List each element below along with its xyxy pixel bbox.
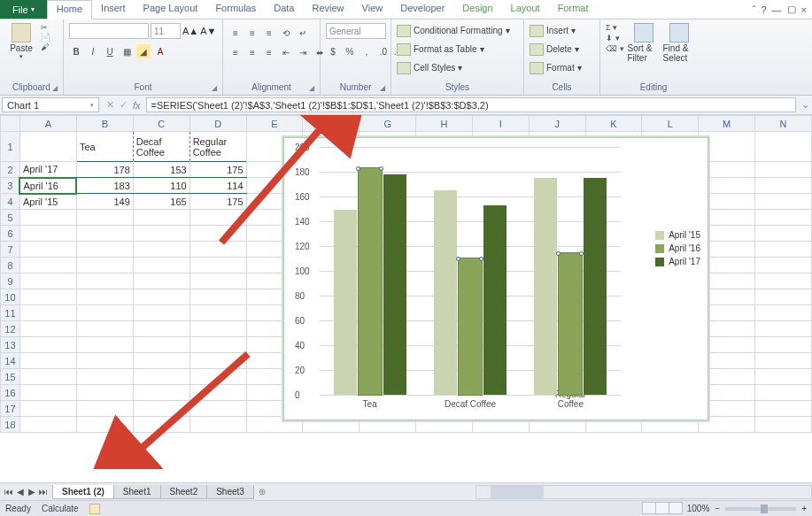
cell-N13[interactable]: [755, 337, 812, 353]
row-header-10[interactable]: 10: [1, 289, 20, 305]
name-box[interactable]: Chart 1: [2, 97, 99, 112]
sheet-tab-Sheet2[interactable]: Sheet2: [160, 485, 208, 499]
align-bottom-icon[interactable]: ≡: [262, 26, 276, 40]
cell-A6[interactable]: [19, 226, 76, 242]
chart-legend[interactable]: April '15April '16April '17: [655, 227, 700, 270]
cell-B10[interactable]: [76, 289, 133, 305]
col-header-B[interactable]: B: [76, 116, 133, 132]
delete-cells-button[interactable]: Delete ▾: [530, 42, 579, 57]
cell-A2[interactable]: April '17: [19, 162, 76, 178]
cell-C7[interactable]: [133, 242, 189, 258]
row-header-5[interactable]: 5: [1, 210, 20, 226]
cell-B3[interactable]: 183: [76, 178, 133, 194]
row-header-17[interactable]: 17: [1, 401, 20, 417]
legend-item-April '16[interactable]: April '16: [655, 243, 700, 253]
font-size-select[interactable]: 11: [151, 23, 181, 39]
col-header-L[interactable]: L: [642, 116, 699, 132]
tab-page-layout[interactable]: Page Layout: [135, 0, 207, 19]
currency-icon[interactable]: $: [326, 44, 340, 58]
cell-C12[interactable]: [133, 321, 189, 337]
cell-N16[interactable]: [755, 385, 812, 401]
zoom-out-icon[interactable]: −: [715, 504, 720, 513]
cell-C10[interactable]: [133, 289, 189, 305]
grow-font-icon[interactable]: A▲: [182, 26, 198, 36]
cell-A9[interactable]: [19, 273, 76, 289]
cell-C5[interactable]: [133, 210, 189, 226]
tab-formulas[interactable]: Formulas: [206, 0, 265, 19]
file-tab[interactable]: File: [0, 0, 47, 19]
copy-icon[interactable]: 📄: [41, 33, 50, 42]
cut-icon[interactable]: ✂: [41, 23, 50, 32]
chart-bar-Decaf Coffee-April '16[interactable]: [459, 258, 482, 395]
row-header-12[interactable]: 12: [1, 321, 20, 337]
underline-button[interactable]: U: [103, 44, 117, 58]
cell-N1[interactable]: [755, 132, 812, 162]
cell-B9[interactable]: [76, 273, 133, 289]
cell-C9[interactable]: [133, 273, 189, 289]
col-header-N[interactable]: N: [755, 116, 812, 132]
worksheet-grid[interactable]: ABCDEFGHIJKLMN1TeaDecafCoffeeRegularCoff…: [0, 115, 812, 469]
col-header-J[interactable]: J: [529, 116, 585, 132]
cell-N9[interactable]: [755, 273, 812, 289]
number-launcher[interactable]: ◢: [380, 84, 389, 93]
chart-bar-Decaf Coffee-April '15[interactable]: [434, 190, 457, 395]
formula-input[interactable]: =SERIES('Sheet1 (2)'!$A$3,'Sheet1 (2)'!$…: [146, 97, 796, 112]
cell-N6[interactable]: [755, 226, 812, 242]
col-header-K[interactable]: K: [585, 116, 642, 132]
row-header-8[interactable]: 8: [1, 258, 20, 273]
cell-N7[interactable]: [755, 242, 812, 258]
bold-button[interactable]: B: [69, 44, 83, 58]
cell-A18[interactable]: [19, 417, 76, 433]
cell-A5[interactable]: [19, 210, 76, 226]
cell-N10[interactable]: [755, 289, 812, 305]
clear-icon[interactable]: ⌫ ▾: [606, 44, 624, 53]
chart-bar-Regular Coffee-April '16[interactable]: [559, 253, 582, 395]
enter-formula-icon[interactable]: ✓: [120, 99, 128, 111]
new-sheet-button[interactable]: ⊕: [253, 487, 271, 497]
tab-review[interactable]: Review: [303, 0, 352, 19]
cell-B8[interactable]: [76, 258, 133, 273]
zoom-level[interactable]: 100%: [687, 504, 710, 513]
cell-C11[interactable]: [133, 305, 189, 321]
insert-cells-button[interactable]: Insert ▾: [530, 23, 576, 38]
row-header-11[interactable]: 11: [1, 305, 20, 321]
cell-A8[interactable]: [19, 258, 76, 273]
border-button[interactable]: ▦: [120, 44, 134, 58]
col-header-A[interactable]: A: [19, 116, 76, 132]
alignment-launcher[interactable]: ◢: [309, 84, 318, 93]
cell-B6[interactable]: [76, 226, 133, 242]
cell-A16[interactable]: [19, 385, 76, 401]
cell-B4[interactable]: 149: [76, 194, 133, 210]
cell-N17[interactable]: [755, 401, 812, 417]
minimize-ribbon-icon[interactable]: ˆ: [753, 4, 756, 15]
orientation-icon[interactable]: ⟲: [279, 26, 293, 40]
conditional-formatting-button[interactable]: Conditional Formatting ▾: [397, 23, 510, 38]
cell-N4[interactable]: [755, 194, 812, 210]
indent-decrease-icon[interactable]: ⇤: [279, 45, 293, 59]
tab-design[interactable]: Design: [453, 0, 501, 19]
font-family-select[interactable]: [69, 23, 149, 39]
zoom-slider[interactable]: [725, 507, 796, 511]
cell-N15[interactable]: [755, 369, 812, 385]
wrap-text-icon[interactable]: ↵: [296, 26, 310, 40]
row-header-1[interactable]: 1: [1, 132, 20, 162]
align-center-icon[interactable]: ≡: [245, 45, 259, 59]
comma-icon[interactable]: ,: [360, 44, 374, 58]
row-header-18[interactable]: 18: [1, 417, 20, 433]
cell-N3[interactable]: [755, 178, 812, 194]
cell-B11[interactable]: [76, 305, 133, 321]
autosum-icon[interactable]: Σ ▾: [606, 23, 624, 32]
row-header-7[interactable]: 7: [1, 242, 20, 258]
tab-insert[interactable]: Insert: [92, 0, 135, 19]
cell-D12[interactable]: [189, 321, 246, 337]
row-header-3[interactable]: 3: [1, 178, 20, 194]
format-cells-button[interactable]: Format ▾: [530, 60, 582, 75]
tab-home[interactable]: Home: [47, 0, 92, 19]
cell-C1[interactable]: DecafCoffee: [133, 132, 189, 162]
legend-item-April '15[interactable]: April '15: [655, 230, 700, 240]
macro-record-icon[interactable]: [89, 504, 100, 514]
window-close-icon[interactable]: ×: [801, 4, 807, 15]
cell-N5[interactable]: [755, 210, 812, 226]
cell-C8[interactable]: [133, 258, 189, 273]
percent-icon[interactable]: %: [343, 44, 357, 58]
